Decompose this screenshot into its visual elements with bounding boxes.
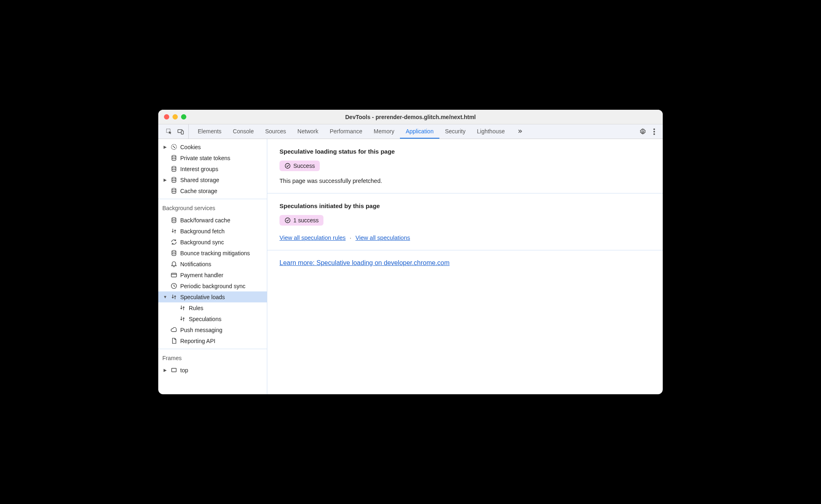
sidebar-item-background-fetch[interactable]: Background fetch <box>158 226 267 237</box>
sidebar-item-bounce-tracking-mitigations[interactable]: Bounce tracking mitigations <box>158 248 267 259</box>
sidebar-item-label: Push messaging <box>180 327 223 333</box>
sidebar-group-frames: Frames <box>158 352 267 365</box>
svg-point-19 <box>285 163 290 168</box>
arrow-icon: ▼ <box>163 295 167 299</box>
tab-sources[interactable]: Sources <box>260 124 292 139</box>
section1-desc: This page was successfully prefetched. <box>279 178 651 184</box>
svg-point-20 <box>285 218 290 223</box>
sidebar-item-label: Rules <box>189 305 203 311</box>
svg-point-3 <box>642 130 644 133</box>
sidebar-item-notifications[interactable]: Notifications <box>158 259 267 269</box>
sidebar-item-payment-handler[interactable]: Payment handler <box>158 269 267 280</box>
tab-application[interactable]: Application <box>400 124 439 139</box>
svg-point-14 <box>172 217 176 219</box>
sidebar-item-label: Speculative loads <box>180 294 225 300</box>
svg-rect-16 <box>171 273 177 277</box>
svg-rect-18 <box>171 368 176 372</box>
cookie-icon <box>170 143 177 151</box>
sidebar-item-label: Cache storage <box>180 188 217 194</box>
close-button[interactable] <box>164 114 169 119</box>
tab-network[interactable]: Network <box>292 124 324 139</box>
svg-point-10 <box>172 155 176 157</box>
minimize-button[interactable] <box>172 114 178 119</box>
sidebar-item-label: Bounce tracking mitigations <box>180 250 250 256</box>
sidebar-item-back-forward-cache[interactable]: Back/forward cache <box>158 215 267 226</box>
sidebar-item-cache-storage[interactable]: Cache storage <box>158 185 267 196</box>
svg-point-9 <box>174 147 175 148</box>
arrow-icon: ▶ <box>163 145 167 149</box>
tabs-overflow[interactable] <box>511 124 529 139</box>
arrow-icon: ▶ <box>163 178 167 182</box>
sidebar-item-cookies[interactable]: ▶Cookies <box>158 141 267 152</box>
sidebar-item-push-messaging[interactable]: Push messaging <box>158 324 267 335</box>
sidebar-item-label: top <box>180 367 188 374</box>
sidebar-item-top[interactable]: ▶top <box>158 365 267 376</box>
sidebar-item-background-sync[interactable]: Background sync <box>158 237 267 248</box>
panel-tabs: Elements Console Sources Network Perform… <box>192 124 635 139</box>
tab-memory[interactable]: Memory <box>368 124 400 139</box>
tab-elements[interactable]: Elements <box>192 124 227 139</box>
frame-icon <box>170 367 177 374</box>
sidebar-item-label: Periodic background sync <box>180 283 245 289</box>
svg-point-15 <box>172 250 176 252</box>
window-title: DevTools - prerender-demos.glitch.me/nex… <box>158 114 663 120</box>
speculations-badge: 1 success <box>279 215 323 226</box>
tab-security[interactable]: Security <box>439 124 472 139</box>
link-view-speculations[interactable]: View all speculations <box>356 235 410 241</box>
check-icon <box>284 217 291 224</box>
sidebar-item-label: Interest groups <box>180 166 218 172</box>
cloud-icon <box>170 326 177 334</box>
updown-icon <box>170 293 177 301</box>
more-icon[interactable] <box>653 128 655 135</box>
svg-rect-2 <box>181 130 183 134</box>
sidebar-group-bg: Background services <box>158 202 267 215</box>
svg-point-7 <box>171 144 177 150</box>
svg-point-4 <box>653 128 655 130</box>
svg-point-8 <box>173 146 173 146</box>
svg-point-12 <box>172 177 176 179</box>
section2-title: Speculations initiated by this page <box>279 202 651 209</box>
doc-icon <box>170 337 177 345</box>
check-icon <box>284 163 291 169</box>
device-icon[interactable] <box>177 128 184 135</box>
sidebar-item-label: Cookies <box>180 144 201 150</box>
sidebar-item-private-state-tokens[interactable]: Private state tokens <box>158 152 267 163</box>
sidebar-item-label: Shared storage <box>180 177 219 183</box>
section1-title: Speculative loading status for this page <box>279 148 651 155</box>
sidebar-item-speculative-loads[interactable]: ▼Speculative loads <box>158 291 267 302</box>
titlebar: DevTools - prerender-demos.glitch.me/nex… <box>158 110 663 124</box>
tab-performance[interactable]: Performance <box>324 124 368 139</box>
db-icon <box>170 165 177 173</box>
tab-lighthouse[interactable]: Lighthouse <box>471 124 511 139</box>
svg-point-11 <box>172 166 176 168</box>
svg-point-5 <box>653 131 655 133</box>
sidebar-item-interest-groups[interactable]: Interest groups <box>158 163 267 174</box>
tabbar: Elements Console Sources Network Perform… <box>158 124 663 139</box>
sidebar-item-periodic-background-sync[interactable]: Periodic background sync <box>158 280 267 291</box>
sidebar-item-rules[interactable]: Rules <box>158 302 267 313</box>
link-learn-more[interactable]: Learn more: Speculative loading on devel… <box>279 259 450 266</box>
bell-icon <box>170 261 177 268</box>
sidebar-item-label: Speculations <box>189 316 221 322</box>
maximize-button[interactable] <box>181 114 186 119</box>
gear-icon[interactable] <box>639 128 646 135</box>
svg-point-6 <box>653 133 655 135</box>
inspect-icon[interactable] <box>166 128 173 135</box>
sidebar-item-speculations[interactable]: Speculations <box>158 313 267 324</box>
card-icon <box>170 272 177 279</box>
arrow-icon: ▶ <box>163 368 167 372</box>
sidebar-item-shared-storage[interactable]: ▶Shared storage <box>158 174 267 185</box>
clock-icon <box>170 282 177 290</box>
sidebar-item-label: Background sync <box>180 239 224 245</box>
devtools-window: DevTools - prerender-demos.glitch.me/nex… <box>158 110 663 394</box>
status-text: Success <box>293 163 315 169</box>
sidebar-item-label: Private state tokens <box>180 155 230 161</box>
tab-console[interactable]: Console <box>227 124 259 139</box>
speculations-text: 1 success <box>293 217 319 224</box>
sidebar-item-label: Payment handler <box>180 272 223 278</box>
sidebar-item-reporting-api[interactable]: Reporting API <box>158 335 267 346</box>
status-badge: Success <box>279 161 320 171</box>
traffic-lights <box>164 114 186 119</box>
separator: · <box>350 235 352 241</box>
link-view-rules[interactable]: View all speculation rules <box>279 235 346 241</box>
